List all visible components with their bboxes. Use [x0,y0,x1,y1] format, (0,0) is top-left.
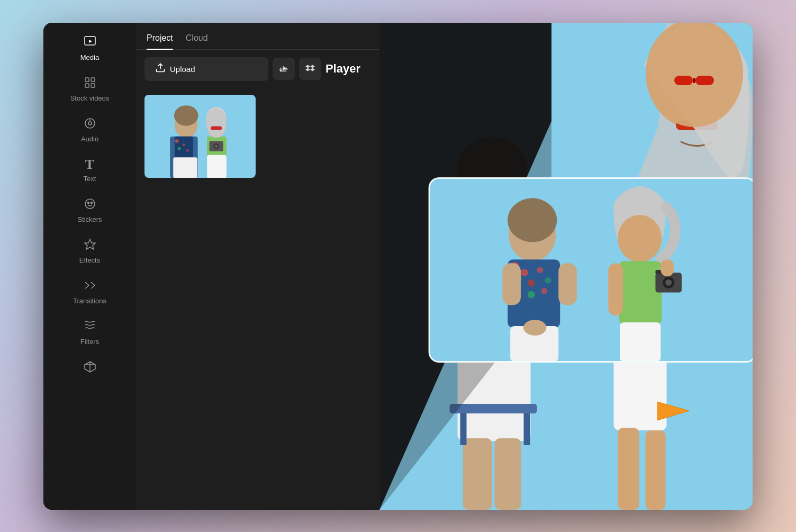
sidebar-item-media-label: Media [80,53,99,61]
svg-point-24 [178,147,181,150]
svg-rect-5 [91,84,95,87]
media-icon [84,35,96,50]
player-container [379,23,753,510]
svg-point-11 [91,202,92,203]
transitions-icon [84,279,96,294]
sidebar-item-stock-videos-label: Stock videos [70,94,110,102]
sidebar-item-stickers-label: Stickers [77,215,102,223]
sidebar-item-transitions-label: Transitions [73,297,106,305]
svg-rect-108 [695,76,714,85]
svg-point-7 [88,122,92,125]
svg-rect-52 [463,438,492,510]
filters-icon [84,320,96,335]
svg-marker-1 [89,40,92,43]
svg-rect-91 [558,263,577,305]
player-label: Player [325,62,371,76]
upload-icon [155,62,166,76]
svg-point-77 [508,198,557,242]
svg-rect-71 [460,413,467,445]
cursor-arrow [657,396,694,428]
svg-marker-110 [657,402,689,420]
stickers-icon [84,197,96,212]
svg-point-82 [527,279,535,286]
toolbar: Upload Playe [136,50,379,88]
sidebar-item-filters-label: Filters [80,338,99,346]
sidebar: Media Stock videos [43,23,136,510]
media-thumbnail-1[interactable] [144,95,256,178]
media-grid [136,88,379,185]
stock-videos-icon [84,76,96,91]
dropbox-button[interactable] [299,58,321,80]
upload-button[interactable]: Upload [144,57,268,81]
svg-point-23 [183,143,185,146]
tab-cloud[interactable]: Cloud [186,33,208,49]
sidebar-item-stock-videos[interactable]: Stock videos [43,69,136,110]
svg-rect-53 [495,438,521,510]
svg-rect-90 [502,263,521,305]
svg-rect-70 [450,404,537,413]
sidebar-item-3d[interactable] [43,353,136,383]
svg-point-85 [537,267,543,273]
sidebar-item-stickers[interactable]: Stickers [43,190,136,231]
tab-project[interactable]: Project [147,33,173,49]
svg-rect-4 [85,84,89,87]
svg-point-92 [618,215,662,262]
sidebar-item-effects[interactable]: Effects [43,231,136,272]
app-window: Media Stock videos [43,23,753,510]
svg-point-80 [520,269,528,276]
svg-rect-69 [646,430,666,510]
text-icon: T [85,158,94,172]
sidebar-item-audio-label: Audio [81,135,98,143]
svg-point-86 [545,277,551,283]
svg-rect-101 [661,259,674,276]
svg-rect-30 [207,155,227,178]
svg-rect-18 [144,95,256,178]
upload-label: Upload [170,65,195,74]
svg-point-84 [527,291,535,298]
sidebar-item-media[interactable]: Media [43,28,136,69]
sidebar-item-transitions[interactable]: Transitions [43,272,136,312]
svg-marker-12 [85,239,95,249]
svg-rect-75 [430,179,753,361]
svg-marker-14 [282,66,285,68]
threed-icon [84,360,96,375]
effects-icon [84,238,96,253]
sidebar-item-text[interactable]: T Text [43,150,136,190]
sidebar-item-text-label: Text [84,175,96,183]
svg-rect-2 [85,78,89,82]
focused-clip[interactable] [428,177,753,363]
svg-rect-32 [211,126,222,130]
svg-point-87 [541,287,547,294]
media-panel: Project Cloud Upload [136,23,379,510]
svg-rect-107 [674,76,693,85]
sidebar-item-audio[interactable]: Audio [43,110,136,150]
svg-point-35 [215,145,218,147]
svg-marker-15 [279,67,282,70]
svg-point-10 [87,202,89,203]
svg-rect-102 [608,263,623,315]
sidebar-item-filters[interactable]: Filters [43,312,136,353]
svg-rect-26 [173,157,197,178]
svg-rect-109 [693,78,695,83]
svg-rect-95 [619,261,662,324]
svg-rect-72 [524,413,530,445]
svg-rect-68 [618,428,639,510]
svg-rect-3 [91,78,95,82]
svg-point-9 [85,199,95,209]
audio-icon [84,117,96,132]
content-area: Project Cloud Upload [136,23,753,510]
svg-point-22 [175,139,179,143]
svg-point-25 [186,149,189,151]
svg-rect-96 [620,322,661,361]
svg-point-99 [665,279,672,285]
svg-point-106 [646,23,743,127]
tabs-row: Project Cloud [136,23,379,50]
svg-point-89 [523,320,546,336]
sidebar-item-effects-label: Effects [79,256,101,264]
svg-point-27 [174,105,198,126]
google-drive-button[interactable] [273,58,295,80]
